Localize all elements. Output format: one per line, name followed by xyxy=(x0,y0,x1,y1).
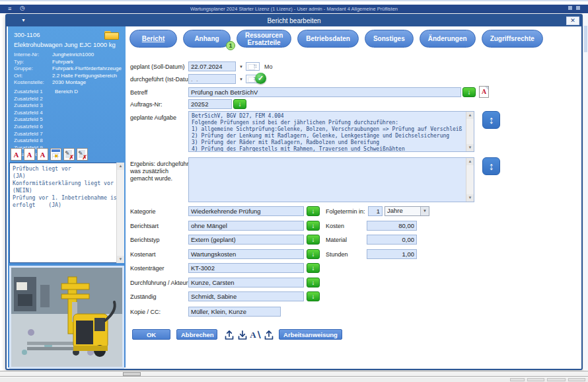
tab[interactable]: Änderungen xyxy=(420,30,476,48)
extra-field-value: Bereich D xyxy=(55,89,78,96)
ok-button[interactable]: OK xyxy=(132,329,170,340)
task-scrollbar[interactable]: ▲ ▼ xyxy=(466,112,474,151)
extra-field-row: Zusatzfeld 2 xyxy=(14,96,124,103)
detail-label: Ort: xyxy=(14,73,52,80)
detail-label: Typ: xyxy=(14,59,52,66)
date-picker-button[interactable] xyxy=(246,62,260,71)
upload-icon[interactable] xyxy=(223,329,235,340)
expand-task-button[interactable]: ↕ xyxy=(482,111,500,129)
folder-icon[interactable] xyxy=(104,30,119,40)
scroll-down-icon[interactable]: ▼ xyxy=(117,256,124,263)
confirm-check-icon[interactable]: ✓ xyxy=(255,73,266,84)
subject-label: Betreff xyxy=(130,89,147,96)
order-no-lookup-button[interactable]: ↓ xyxy=(233,99,246,109)
calendar-icon[interactable] xyxy=(50,148,61,161)
select-row-lookup-button[interactable]: ↓ xyxy=(307,249,320,259)
pdf-icon[interactable]: A xyxy=(479,86,489,98)
subject-lookup-button[interactable]: ↓ xyxy=(462,87,476,97)
select-row-input[interactable] xyxy=(188,221,304,231)
select-row-label: Kategorie xyxy=(130,208,156,215)
tab[interactable]: Ressourcen Ersatzteile xyxy=(237,30,291,48)
work-instruction-button[interactable]: Arbeitsanweisung xyxy=(279,329,342,340)
extra-field-label: Zusatzfeld 2 xyxy=(14,96,55,103)
select-row-input[interactable] xyxy=(188,263,304,273)
extra-field-row: Zusatzfeld 8 xyxy=(14,137,124,145)
select-row-lookup-button[interactable]: ↓ xyxy=(307,206,320,216)
result-scrollbar[interactable]: ▲ ▼ xyxy=(466,158,474,202)
equipment-photo[interactable] xyxy=(9,266,124,369)
select-row-lookup-button[interactable]: ↓ xyxy=(307,221,320,231)
cancel-button[interactable]: Abbrechen xyxy=(176,329,217,340)
statusbar-panel xyxy=(510,378,525,381)
window-horizontal-scrollbar[interactable] xyxy=(0,371,588,377)
upload-icon[interactable] xyxy=(263,329,275,340)
followup-value-input[interactable] xyxy=(368,206,383,216)
object-id: 300-1106 xyxy=(14,31,40,38)
tab-label: Ressourcen Ersatzteile xyxy=(245,32,283,46)
select-row-lookup-button[interactable]: ↓ xyxy=(307,291,320,301)
sidebar-icon-toolbar: A A A ✎✗ ✎✗ xyxy=(11,148,88,161)
cc-input[interactable] xyxy=(188,307,281,317)
notes-scrollbar[interactable]: ▲ ▼ xyxy=(116,163,124,263)
object-details: Interne-Nr: Jungheinrich1000 Typ: Fuhrpa… xyxy=(14,52,124,87)
tab[interactable]: Zugriffsrechte xyxy=(482,30,543,48)
select-row-lookup-button[interactable]: ↓ xyxy=(307,278,320,287)
amount-row-input[interactable] xyxy=(367,221,417,231)
weekday-label: Mo xyxy=(264,63,273,70)
select-row-lookup-button[interactable]: ↓ xyxy=(307,263,320,273)
select-row-input[interactable] xyxy=(188,206,304,216)
chevron-down-icon[interactable]: ▼ xyxy=(239,77,243,81)
object-notes-field[interactable]: Prüfbuch liegt vor (JA) Konformitätserkl… xyxy=(9,163,124,263)
app-title: Wartungsplaner 2024 Starter Lizenz (1 Li… xyxy=(0,6,588,12)
amount-row-input[interactable] xyxy=(367,249,417,259)
close-icon[interactable]: ✕ xyxy=(566,17,579,25)
amount-row-input[interactable] xyxy=(367,235,417,245)
select-row-input[interactable] xyxy=(188,291,304,301)
select-row-input[interactable] xyxy=(188,249,304,259)
statusbar-panel xyxy=(527,378,544,381)
chevron-down-icon[interactable]: ▼ xyxy=(239,65,243,69)
planned-date-input[interactable] xyxy=(188,61,236,71)
pdf-icon[interactable]: A xyxy=(11,148,22,161)
scroll-up-icon[interactable]: ▲ xyxy=(466,112,474,119)
cc-label: Kopie / CC: xyxy=(130,309,161,315)
tab[interactable]: Sonstiges xyxy=(365,30,414,48)
scrollbar-thumb[interactable] xyxy=(123,372,141,376)
expand-result-button[interactable]: ↕ xyxy=(482,157,500,175)
pdf-icon[interactable]: A xyxy=(24,148,35,161)
tab[interactable]: Anhang 1 xyxy=(183,30,231,48)
font-icon[interactable]: A∖ xyxy=(250,329,262,340)
tab[interactable]: Betriebsdaten xyxy=(297,30,359,48)
select-row-input[interactable] xyxy=(188,278,304,287)
select-row-input[interactable] xyxy=(188,235,304,245)
edit-document-icon[interactable]: ✎✗ xyxy=(77,148,88,161)
tab[interactable]: Bericht xyxy=(129,30,177,48)
download-icon[interactable] xyxy=(237,329,248,340)
scroll-up-icon[interactable]: ▲ xyxy=(466,158,474,165)
result-textarea[interactable] xyxy=(188,157,474,202)
statusbar-panel xyxy=(547,378,566,381)
scroll-up-icon[interactable]: ▲ xyxy=(117,163,124,170)
pdf-icon[interactable]: A xyxy=(37,148,48,161)
scroll-down-icon[interactable]: ▼ xyxy=(466,194,474,202)
order-no-input[interactable] xyxy=(188,99,232,109)
detail-row: Kostenstelle: 2030 Montage xyxy=(14,79,124,87)
result-label: Ergebnis: durchgeführt, was zusätzlich g… xyxy=(130,161,192,182)
followup-unit-select[interactable]: Jahre ▼ xyxy=(385,206,429,216)
select-row-label: Berichtsart xyxy=(130,223,159,229)
select-row-label: Zuständig xyxy=(130,293,157,300)
extra-field-label: Zusatzfeld 7 xyxy=(14,131,55,138)
window-control-icon[interactable] xyxy=(568,6,572,10)
edit-document-icon[interactable]: ✎✗ xyxy=(63,148,75,161)
extra-field-row: Zusatzfeld 3 xyxy=(14,102,124,110)
dialog-titlebar[interactable]: ▼ Bericht bearbeiten ✕ xyxy=(7,15,581,26)
window-vertical-scrollbar[interactable] xyxy=(583,14,588,370)
chevron-down-icon[interactable]: ▼ xyxy=(420,207,429,215)
done-date-input[interactable] xyxy=(188,74,236,84)
select-row-lookup-button[interactable]: ↓ xyxy=(307,235,320,245)
scroll-down-icon[interactable]: ▼ xyxy=(466,144,474,151)
window-control-icon[interactable] xyxy=(576,6,580,10)
detail-row: Typ: Fuhrpark xyxy=(14,59,124,66)
task-textarea[interactable]: BetrSichV, BGV D27, FEM 4.004 Folgende P… xyxy=(188,111,474,152)
subject-input[interactable] xyxy=(188,87,461,97)
